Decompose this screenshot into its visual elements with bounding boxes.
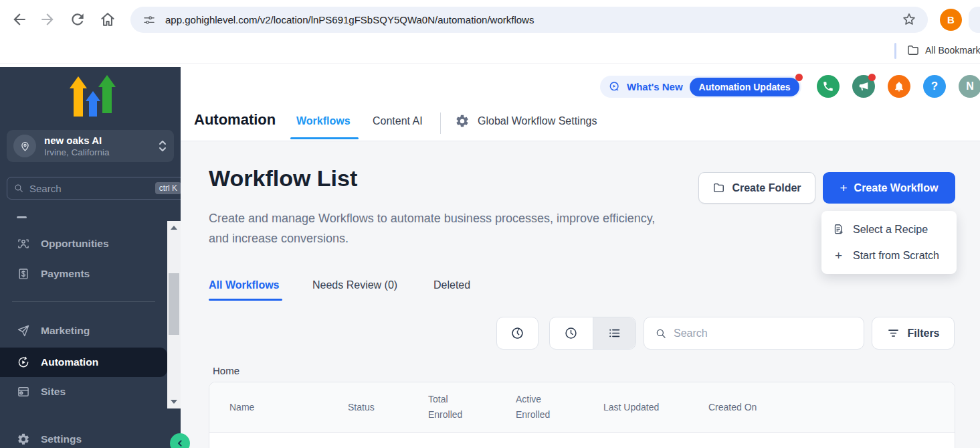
workflow-search-input[interactable] [674,327,853,340]
app-header: What's New Automation Updates ? N Automa… [181,67,980,141]
folder-icon [906,44,920,57]
recent-view-button[interactable] [550,317,593,349]
automation-updates-badge[interactable]: Automation Updates [690,78,800,96]
menu-item-label: Start from Scratch [853,250,939,262]
view-toggle [549,317,636,350]
chevron-updown-icon [158,139,167,153]
list-view-icon [607,326,621,340]
scroll-down-arrow[interactable] [171,400,177,404]
sidebar-item-label: Marketing [41,325,90,337]
create-folder-button[interactable]: Create Folder [698,172,815,204]
tab-all-workflows[interactable]: All Workflows [209,279,280,291]
user-avatar[interactable]: N [959,75,980,98]
menu-item-start-from-scratch[interactable]: + Start from Scratch [821,242,957,269]
list-view-button[interactable] [593,317,636,349]
header-divider [440,113,441,134]
sidebar-item-label: Automation [41,356,98,368]
announcements-button[interactable] [852,75,875,98]
location-switcher[interactable]: new oaks AI Irvine, California [7,130,174,162]
url-text: app.gohighlevel.com/v2/location/lnPS691g… [165,14,534,25]
settings-icon [17,433,30,446]
help-button[interactable]: ? [923,75,946,98]
filters-button[interactable]: Filters [872,317,955,350]
automation-icon [17,356,30,369]
updates-notification-dot [795,74,803,81]
column-header-last-updated[interactable]: Last Updated [603,400,708,415]
forward-icon[interactable] [39,11,56,28]
sidebar-search-input[interactable] [29,183,155,194]
phone-icon [822,80,834,92]
whats-new-icon [608,80,621,94]
create-workflow-dropdown: Select a Recipe + Start from Scratch [821,211,957,274]
create-workflow-button[interactable]: + Create Workflow [823,172,955,204]
search-shortcut-badge: ctrl K [155,182,181,194]
sidebar-item-settings[interactable]: Settings [0,426,167,448]
location-name: new oaks AI [44,135,158,147]
history-icon [510,326,524,340]
whats-new-pill[interactable]: What's New Automation Updates [600,76,801,98]
bookmark-star-icon[interactable] [900,11,918,28]
execution-logs-button[interactable] [496,317,538,350]
page-title: Automation [194,111,276,129]
sidebar-item-payments[interactable]: Payments [0,260,167,287]
menu-item-select-recipe[interactable]: Select a Recipe [821,216,957,242]
column-header-status[interactable]: Status [348,400,428,415]
gear-icon [455,114,470,129]
sites-icon [17,385,30,398]
active-subtab-underline [209,299,282,301]
global-workflow-settings-link[interactable]: Global Workflow Settings [455,114,597,129]
sidebar-item-marketing[interactable]: Marketing [0,317,167,344]
phone-button[interactable] [817,75,840,98]
plus-icon: + [832,249,845,262]
workflow-list-subtitle: Create and manage Workflows to automate … [209,208,677,248]
tab-content-ai[interactable]: Content AI [373,115,423,127]
breadcrumb[interactable]: Home [213,365,239,376]
column-header-name[interactable]: Name [229,400,348,415]
scrollbar-thumb[interactable] [169,273,179,335]
search-icon [655,327,667,340]
create-workflow-label: Create Workflow [854,182,939,194]
url-bar[interactable]: app.gohighlevel.com/v2/location/lnPS691g… [130,7,928,33]
recipe-icon [832,223,845,236]
back-icon[interactable] [11,11,28,28]
location-avatar [13,135,36,157]
filters-label: Filters [907,327,939,340]
tab-deleted[interactable]: Deleted [433,279,470,291]
sidebar-divider [12,301,155,302]
home-icon[interactable] [99,11,116,28]
notifications-button[interactable] [888,75,910,98]
browser-profile-avatar[interactable]: B [940,9,962,31]
tab-workflows[interactable]: Workflows [296,115,351,127]
sidebar-scrollbar[interactable] [167,221,181,408]
workflow-list-title: Workflow List [209,165,357,192]
browser-chrome: app.gohighlevel.com/v2/location/lnPS691g… [0,0,980,67]
side-panel-fragment [969,7,980,33]
plus-icon: + [840,181,847,196]
sidebar-item-opportunities[interactable]: Opportunities [0,230,167,257]
clock-icon [564,326,578,340]
sidebar-item-label: Settings [41,433,82,445]
all-bookmarks-label[interactable]: All Bookmarks [925,45,980,56]
scroll-up-arrow[interactable] [171,226,177,230]
sidebar-item-label: Payments [41,268,90,280]
location-subtitle: Irvine, California [44,147,158,158]
chevron-left-icon [175,438,185,448]
column-header-created-on[interactable]: Created On [708,400,842,415]
sidebar-item-sites[interactable]: Sites [0,378,167,405]
table-header-row: Name Status Total Enrolled Active Enroll… [209,382,955,433]
workflow-search[interactable] [644,317,864,350]
collapse-sidebar-button[interactable] [170,433,190,448]
sidebar: new oaks AI Irvine, California ctrl K Op… [0,67,181,448]
site-info-icon[interactable] [142,13,156,27]
global-workflow-settings-label: Global Workflow Settings [478,115,597,127]
sidebar-item-label: Sites [41,386,66,398]
column-header-active-enrolled[interactable]: Active Enrolled [516,392,603,423]
opportunities-icon [17,237,30,250]
sidebar-search[interactable]: ctrl K [7,177,181,200]
reload-icon[interactable] [69,11,86,28]
column-header-total-enrolled[interactable]: Total Enrolled [428,392,516,423]
tab-needs-review[interactable]: Needs Review (0) [312,279,397,291]
filter-icon [886,326,900,340]
sidebar-item-automation[interactable]: Automation [0,348,167,377]
folder-icon [712,181,725,194]
